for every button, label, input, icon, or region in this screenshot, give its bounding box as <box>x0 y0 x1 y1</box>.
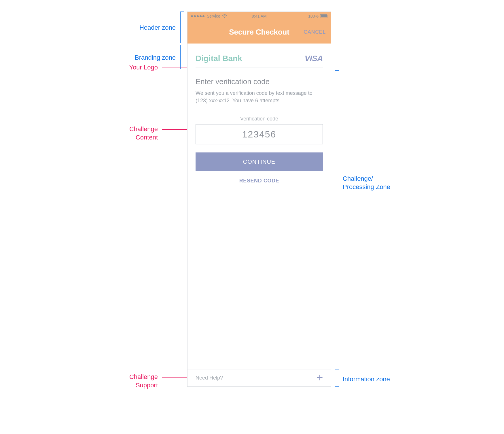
verification-code-input[interactable] <box>196 129 323 140</box>
annotation-challenge-zone-line2: Processing Zone <box>343 183 390 190</box>
signal-dots-icon <box>191 15 204 17</box>
payment-network-logo: VISA <box>305 54 323 63</box>
status-time: 9:41 AM <box>252 14 266 18</box>
page-title: Secure Checkout <box>229 28 289 37</box>
challenge-description: We sent you a verification code by text … <box>196 90 323 104</box>
branding-zone-bracket <box>180 45 184 69</box>
cancel-button[interactable]: CANCEL <box>289 29 326 35</box>
phone-mockup: Service 9:41 AM 100% Secure Checkout CAN… <box>187 12 331 387</box>
expand-help-icon[interactable] <box>317 374 323 382</box>
annotation-challenge-content-line2: Content <box>136 134 158 141</box>
wifi-icon <box>222 14 227 18</box>
carrier-name: Service <box>207 14 220 18</box>
annotation-challenge-content-line1: Challenge <box>129 125 158 133</box>
annotation-information-zone: Information zone <box>343 375 418 384</box>
annotation-your-logo: Your Logo <box>84 63 158 72</box>
annotation-header-zone: Header zone <box>84 24 176 32</box>
annotation-challenge-zone-line1: Challenge/ <box>343 175 373 182</box>
code-input-label: Verification code <box>196 116 323 122</box>
continue-button[interactable]: CONTINUE <box>196 152 323 171</box>
annotation-branding-zone: Branding zone <box>84 54 176 62</box>
header-zone-bracket <box>180 12 184 43</box>
challenge-zone-bracket <box>335 70 339 369</box>
annotation-challenge-support-line1: Challenge <box>129 373 158 380</box>
resend-code-button[interactable]: RESEND CODE <box>196 178 323 184</box>
status-bar: Service 9:41 AM 100% <box>187 12 331 20</box>
information-zone-bracket <box>335 371 339 387</box>
battery-icon <box>320 14 327 18</box>
nav-bar: Secure Checkout CANCEL <box>187 20 331 44</box>
annotation-challenge-support-line2: Support <box>136 382 158 389</box>
issuer-logo: Digital Bank <box>196 54 242 63</box>
battery-percent: 100% <box>308 14 319 18</box>
challenge-heading: Enter verification code <box>196 77 323 86</box>
help-link[interactable]: Need Help? <box>196 375 223 381</box>
